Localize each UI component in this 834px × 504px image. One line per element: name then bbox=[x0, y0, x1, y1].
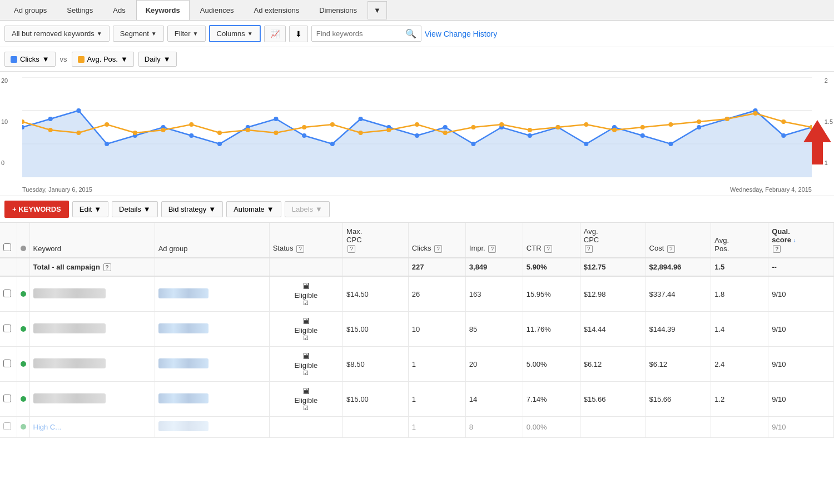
chart-icon-button[interactable]: 📈 bbox=[264, 26, 286, 42]
tab-ads[interactable]: Ads bbox=[103, 0, 135, 20]
svg-point-61 bbox=[781, 119, 786, 124]
labels-button[interactable]: Labels ▼ bbox=[285, 201, 330, 217]
svg-point-44 bbox=[302, 125, 306, 129]
monitor-icon: 🖥 bbox=[301, 386, 310, 396]
select-all-checkbox[interactable] bbox=[3, 243, 11, 251]
svg-point-15 bbox=[302, 133, 306, 138]
metric2-button[interactable]: Avg. Pos. ▼ bbox=[72, 52, 134, 67]
dropdown-arrow-icon: ▼ bbox=[94, 205, 101, 213]
tab-more-button[interactable]: ▼ bbox=[368, 1, 387, 19]
keyword-link[interactable]: High C... bbox=[33, 423, 62, 431]
dropdown-arrow-icon: ▼ bbox=[247, 31, 253, 37]
keywords-table-container: Keyword Ad group Status ? Max.CPC? Click… bbox=[0, 223, 834, 438]
dropdown-arrow-icon: ▼ bbox=[151, 31, 157, 37]
keyword-blurred bbox=[33, 288, 106, 298]
bid-strategy-button[interactable]: Bid strategy ▼ bbox=[161, 201, 224, 217]
tab-ad-extensions[interactable]: Ad extensions bbox=[245, 0, 309, 20]
row-checkbox[interactable] bbox=[3, 360, 11, 367]
y-axis-left: 20 10 0 bbox=[1, 77, 8, 166]
dropdown-arrow-icon: ▼ bbox=[193, 31, 198, 37]
svg-point-12 bbox=[217, 142, 222, 146]
dropdown-arrow-icon: ▼ bbox=[143, 205, 151, 213]
toolbar: All but removed keywords ▼ Segment ▼ Fil… bbox=[0, 21, 834, 47]
svg-point-20 bbox=[443, 125, 448, 129]
cost-help-icon[interactable]: ? bbox=[667, 245, 675, 253]
ctr-header: CTR ? bbox=[523, 223, 580, 258]
row-checkbox[interactable] bbox=[3, 422, 11, 430]
tab-audiences[interactable]: Audiences bbox=[191, 0, 244, 20]
total-row: Total - all campaign ? 227 3,849 5.90% $… bbox=[0, 258, 834, 277]
search-input[interactable] bbox=[316, 29, 405, 38]
table-row: 🖥 Eligible ☑ $15.00 10 85 11.76% $14.44 … bbox=[0, 312, 834, 347]
avg-pos-color-indicator bbox=[78, 56, 85, 63]
time-period-button[interactable]: Daily ▼ bbox=[138, 52, 177, 67]
sort-desc-icon: ↓ bbox=[793, 237, 796, 243]
chart-controls: Clicks ▼ vs Avg. Pos. ▼ Daily ▼ bbox=[0, 47, 834, 72]
svg-point-17 bbox=[359, 117, 363, 121]
status-active-dot bbox=[21, 396, 26, 402]
svg-point-55 bbox=[612, 128, 617, 132]
ctr-help-icon[interactable]: ? bbox=[544, 245, 552, 253]
total-help-icon[interactable]: ? bbox=[103, 263, 111, 271]
max-cpc-header: Max.CPC? bbox=[343, 223, 409, 258]
svg-point-34 bbox=[22, 119, 24, 124]
table-header-row: Keyword Ad group Status ? Max.CPC? Click… bbox=[0, 223, 834, 258]
search-box: 🔍 bbox=[311, 26, 421, 42]
svg-point-19 bbox=[415, 133, 419, 138]
row-checkbox[interactable] bbox=[3, 290, 11, 297]
svg-point-37 bbox=[105, 122, 109, 127]
row-checkbox[interactable] bbox=[3, 325, 11, 332]
automate-button[interactable]: Automate ▼ bbox=[226, 201, 281, 217]
max-cpc-help-icon[interactable]: ? bbox=[348, 245, 355, 253]
top-navigation: Ad groups Settings Ads Keywords Audience… bbox=[0, 0, 834, 21]
dropdown-arrow-icon: ▼ bbox=[42, 55, 49, 63]
clicks-help-icon[interactable]: ? bbox=[434, 245, 442, 253]
svg-point-48 bbox=[415, 122, 419, 127]
tab-settings[interactable]: Settings bbox=[57, 0, 102, 20]
monitor-icon: 🖥 bbox=[301, 281, 310, 291]
filter-button[interactable]: Filter ▼ bbox=[167, 26, 206, 42]
filter-keywords-button[interactable]: All but removed keywords ▼ bbox=[4, 26, 110, 42]
svg-marker-63 bbox=[803, 120, 831, 164]
table-row: 🖥 Eligible ☑ $14.50 26 163 15.95% $12.98… bbox=[0, 276, 834, 312]
status-active-dot bbox=[21, 361, 26, 367]
svg-point-53 bbox=[556, 125, 560, 129]
metric1-button[interactable]: Clicks ▼ bbox=[4, 52, 56, 67]
edit-button[interactable]: Edit ▼ bbox=[72, 201, 108, 217]
monitor-icon: 🖥 bbox=[301, 316, 310, 326]
svg-point-49 bbox=[443, 131, 448, 135]
columns-button[interactable]: Columns ▼ bbox=[209, 25, 261, 42]
avg-pos-header: Avg.Pos. bbox=[711, 223, 768, 258]
segment-button[interactable]: Segment ▼ bbox=[113, 26, 164, 42]
table-row: High C... 1 8 0.00% 9/10 bbox=[0, 417, 834, 438]
status-active-dot bbox=[21, 326, 26, 332]
svg-point-57 bbox=[668, 122, 673, 127]
dropdown-arrow-icon: ▼ bbox=[97, 31, 102, 37]
details-button[interactable]: Details ▼ bbox=[112, 201, 158, 217]
svg-point-27 bbox=[641, 133, 645, 138]
status-dot-header bbox=[17, 223, 29, 258]
status-indicator bbox=[21, 246, 26, 251]
svg-point-60 bbox=[753, 111, 758, 116]
svg-point-50 bbox=[471, 125, 475, 129]
row-checkbox[interactable] bbox=[3, 395, 11, 402]
chart-area: 20 10 0 2 1.5 1 bbox=[0, 72, 834, 196]
tab-keywords[interactable]: Keywords bbox=[136, 0, 190, 20]
tab-dimensions[interactable]: Dimensions bbox=[310, 0, 366, 20]
keyword-blurred bbox=[33, 358, 106, 368]
table-row: 🖥 Eligible ☑ $8.50 1 20 5.00% $6.12 $6.1… bbox=[0, 347, 834, 382]
search-icon[interactable]: 🔍 bbox=[405, 28, 416, 39]
impr-help-icon[interactable]: ? bbox=[488, 245, 496, 253]
qual-score-help-icon[interactable]: ? bbox=[773, 245, 781, 253]
checkbox-small-icon: ☑ bbox=[303, 335, 309, 342]
svg-point-6 bbox=[48, 117, 53, 121]
status-help-icon[interactable]: ? bbox=[296, 245, 304, 253]
download-icon-button[interactable]: ⬇ bbox=[289, 26, 308, 42]
clicks-header: Clicks ? bbox=[408, 223, 465, 258]
tab-ad-groups[interactable]: Ad groups bbox=[4, 0, 56, 20]
add-keywords-button[interactable]: + KEYWORDS bbox=[4, 201, 69, 218]
monitor-icon: 🖥 bbox=[301, 351, 310, 361]
view-change-history-link[interactable]: View Change History bbox=[425, 29, 497, 38]
svg-point-28 bbox=[668, 142, 673, 146]
avg-cpc-help-icon[interactable]: ? bbox=[585, 245, 593, 253]
